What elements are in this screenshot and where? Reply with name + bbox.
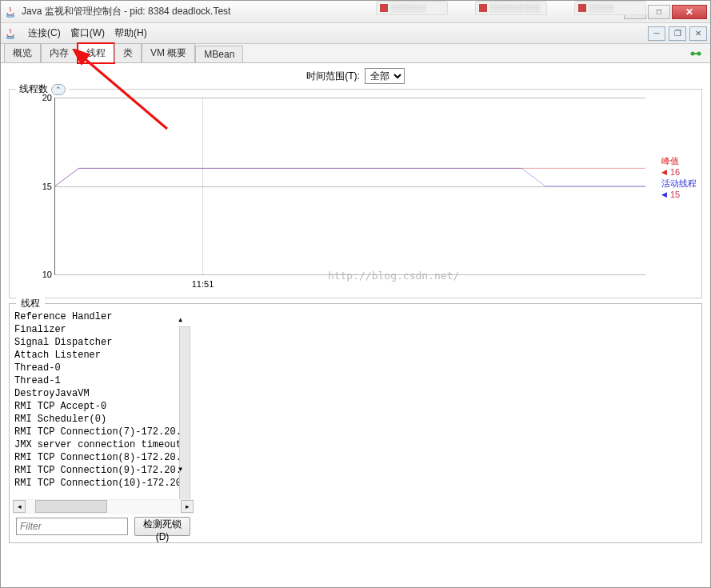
list-item[interactable]: RMI TCP Accept-0 xyxy=(13,400,194,413)
tab-memory[interactable]: 内存 xyxy=(41,43,78,62)
tab-classes[interactable]: 类 xyxy=(114,43,142,62)
y-tick: 10 xyxy=(34,270,52,279)
thread-list[interactable]: Reference Handler Finalizer Signal Dispa… xyxy=(13,310,194,499)
list-item[interactable]: RMI TCP Connection(7)-172.20.1 xyxy=(13,426,194,438)
y-tick: 20 xyxy=(34,93,52,102)
time-range-row: 时间范围(T): 全部 xyxy=(1,63,710,89)
maximize-button[interactable]: □ xyxy=(648,5,670,19)
x-tick: 11:51 xyxy=(192,279,214,289)
svg-rect-4 xyxy=(693,53,698,54)
java-icon xyxy=(4,27,17,40)
scroll-down-button[interactable]: ▾ xyxy=(178,463,190,475)
list-item[interactable]: Thread-0 xyxy=(13,362,194,374)
threads-header: 线程 xyxy=(16,297,45,310)
list-item[interactable]: RMI TCP Connection(9)-172.20.1 xyxy=(13,464,194,477)
mdi-close[interactable]: ✕ xyxy=(689,26,707,41)
menu-window[interactable]: 窗口(W) xyxy=(66,25,110,42)
connection-status-icon xyxy=(689,47,702,60)
legend-active-label: 活动线程 xyxy=(661,178,697,189)
list-item[interactable]: Attach Listener xyxy=(13,349,194,362)
legend-peak-label: 峰值 xyxy=(661,155,679,166)
scroll-right-button[interactable]: ▸ xyxy=(181,500,194,513)
scroll-up-button[interactable]: ▴ xyxy=(178,314,190,326)
tab-overview[interactable]: 概览 xyxy=(4,43,41,62)
time-range-select[interactable]: 全部 xyxy=(365,68,405,84)
mdi-minimize[interactable]: ─ xyxy=(648,26,665,41)
menu-connect[interactable]: 连接(C) xyxy=(23,25,66,42)
detect-deadlock-button[interactable]: 检测死锁(D) xyxy=(134,517,190,536)
chart-legend: 峰值 ◀16 活动线程 ◀15 xyxy=(661,155,697,200)
chart-plot: 20 15 10 11:51 xyxy=(54,98,645,275)
java-icon xyxy=(4,6,17,18)
list-item[interactable]: JMX server connection timeout xyxy=(13,438,194,451)
list-item[interactable]: Signal Dispatcher xyxy=(13,336,194,349)
horizontal-scrollbar[interactable]: ◂ ▸ xyxy=(13,499,194,514)
legend-peak-value: 16 xyxy=(670,166,680,178)
browser-tabs: ░░░░░░░ ░░░░░░░░░░ ░░░░░ xyxy=(376,1,646,15)
y-tick: 15 xyxy=(34,182,52,191)
tab-vm-summary[interactable]: VM 概要 xyxy=(142,43,195,62)
list-item[interactable]: Reference Handler xyxy=(13,310,194,323)
tabs-row: 概览 内存 线程 类 VM 概要 MBean xyxy=(1,44,710,63)
menu-help[interactable]: 帮助(H) xyxy=(110,25,152,42)
list-item[interactable]: RMI Scheduler(0) xyxy=(13,413,194,426)
mdi-restore[interactable]: ❐ xyxy=(669,26,686,41)
tab-mbean[interactable]: MBean xyxy=(195,46,243,62)
list-item[interactable]: Finalizer xyxy=(13,323,194,336)
scroll-left-button[interactable]: ◂ xyxy=(13,500,26,513)
tab-threads[interactable]: 线程 xyxy=(78,43,114,63)
menu-bar: 连接(C) 窗口(W) 帮助(H) ─ ❐ ✕ xyxy=(1,23,710,44)
close-button[interactable]: ✕ xyxy=(672,5,707,19)
list-item[interactable]: Thread-1 xyxy=(13,374,194,387)
list-item[interactable]: RMI TCP Connection(10)-172.20. xyxy=(13,477,194,490)
chart-panel: 线程数 ⌃ 20 15 10 11:51 xyxy=(9,89,702,298)
list-item[interactable]: DestroyJavaVM xyxy=(13,387,194,400)
watermark: http://blog.csdn.net/ xyxy=(328,270,459,282)
svg-point-0 xyxy=(6,14,14,16)
list-item[interactable]: RMI TCP Connection(8)-172.20.1 xyxy=(13,451,194,464)
time-range-label: 时间范围(T): xyxy=(306,70,360,83)
threads-panel: 线程 Reference Handler Finalizer Signal Di… xyxy=(9,303,702,543)
legend-active-value: 15 xyxy=(670,189,680,200)
filter-input[interactable] xyxy=(16,518,128,535)
title-bar: Java 监视和管理控制台 - pid: 8384 deadlock.Test … xyxy=(1,1,710,23)
svg-point-1 xyxy=(6,36,14,38)
